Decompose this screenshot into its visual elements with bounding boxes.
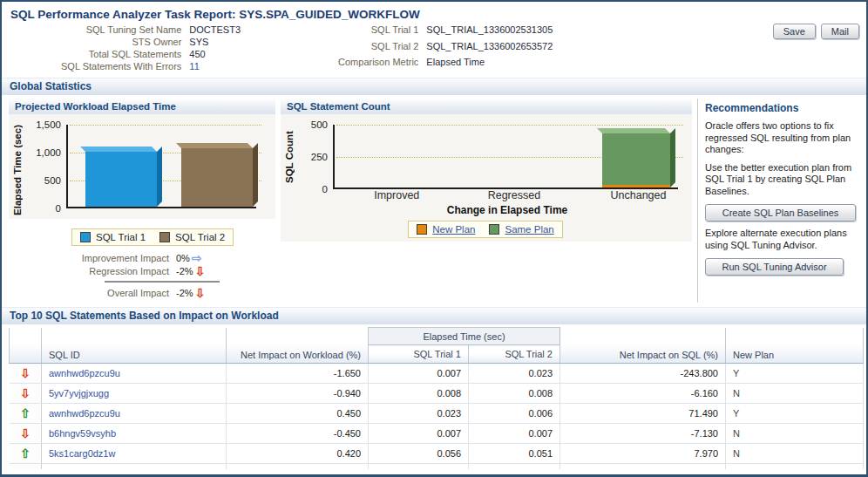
save-button[interactable]: Save (773, 24, 816, 39)
statements-errors-label: SQL Statements With Errors (61, 61, 189, 73)
regressed-arrow-icon: ⇩ (20, 366, 31, 380)
legend-item-new-plan: New Plan (417, 224, 475, 235)
net-impact-workload-value: -0.940 (227, 384, 369, 404)
sql-id-link[interactable]: awnhwd6pzcu9u (42, 364, 227, 384)
sql-trial1-value: SQL_TRIAL_1336002531305 (426, 24, 553, 41)
sql-trial-1-bar (85, 152, 157, 207)
trial1-elapsed-value: 0.007 (369, 364, 469, 384)
overall-impact-label: Overall Impact (21, 288, 176, 298)
sts-owner-label: STS Owner (61, 37, 189, 49)
table-row: ⇩ 5yv7yvjgjxugg -0.940 0.008 0.008 -6.16… (10, 384, 864, 404)
impact-summary: Improvement Impact 0% ⇨ Regression Impac… (21, 253, 275, 298)
net-impact-sql-value: 7.970 (560, 444, 726, 464)
table-row: ⇧ 5ks1carg0dz1w 0.420 0.056 0.051 7.970 … (10, 444, 864, 464)
net-impact-workload-value: -0.450 (227, 424, 369, 444)
col-header-sql-trial-2: SQL Trial 2 (469, 345, 560, 364)
new-plan-legend-link[interactable]: New Plan (432, 224, 475, 235)
col-header-new-plan: New Plan (726, 328, 864, 364)
gridline (70, 125, 261, 126)
y-tick: 250 (311, 152, 328, 162)
advisor-recommendation-text: Explore alternate execution plans using … (705, 228, 856, 251)
comparison-metric-value: Elapsed Time (426, 57, 553, 73)
total-statements-value: 450 (189, 49, 241, 61)
legend-item-sql-trial-2: SQL Trial 2 (159, 232, 225, 242)
sql-trial2-value: SQL_TRIAL_1336002653572 (426, 41, 553, 58)
trial2-elapsed-value: 0.006 (469, 404, 560, 424)
workload-chart-plot (66, 125, 256, 208)
sql-id-link[interactable]: 5ks1carg0dz1w (42, 444, 227, 464)
col-header-net-impact-workload: Net Impact on Workload (%) (227, 328, 369, 364)
statement-count-plot (333, 125, 678, 189)
regression-impact-label: Regression Impact (21, 266, 176, 276)
workload-chart-title: Projected Workload Elapsed Time (9, 99, 275, 114)
impact-percent: -2% (176, 266, 193, 276)
workload-chart-y-ticks: 1,500 1,000 500 0 (26, 125, 66, 208)
x-category-unchanged: Unchanged (610, 189, 666, 201)
legend-label: SQL Trial 2 (175, 232, 225, 242)
top-sql-table: SQL ID Net Impact on Workload (%) Elapse… (9, 327, 864, 469)
baseline-recommendation-text: Use the better execution plan from SQL T… (705, 162, 856, 198)
improvement-impact-label: Improvement Impact (21, 253, 176, 263)
summary-left-column: SQL Tuning Set Name DOCTEST3 STS Owner S… (61, 24, 241, 73)
sql-id-link[interactable]: awnhwd6pzcu9u (42, 404, 227, 424)
trial1-elapsed-value: 0.007 (369, 424, 469, 444)
table-row: ⇩ awnhwd6pzcu9u -1.650 0.007 0.023 -243.… (10, 364, 864, 384)
recommendations-intro: Oracle offers two options to fix regress… (705, 120, 856, 156)
total-statements-label: Total SQL Statements (61, 49, 189, 61)
y-tick: 1,000 (36, 147, 61, 158)
same-plan-legend-link[interactable]: Same Plan (505, 224, 553, 235)
impact-percent: 0% (176, 253, 190, 263)
regressed-arrow-icon: ⇩ (195, 288, 206, 298)
workload-elapsed-time-panel: Projected Workload Elapsed Time Elapsed … (9, 99, 275, 303)
overall-impact-value: -2% ⇩ (176, 288, 275, 298)
table-row-partial (10, 464, 864, 469)
summary-right-column: SQL Trial 1 SQL_TRIAL_1336002531305 SQL … (338, 24, 553, 73)
workload-chart-legend: SQL Trial 1 SQL Trial 2 (71, 228, 234, 246)
improved-arrow-icon: ⇧ (20, 446, 31, 460)
recommendations-panel: Recommendations Oracle offers two option… (697, 99, 859, 303)
top-sql-section-header: Top 10 SQL Statements Based on Impact on… (2, 307, 866, 324)
sql-id-link[interactable]: 5yv7yvjgjxugg (42, 384, 227, 404)
net-impact-workload-value: -1.650 (227, 364, 369, 384)
mail-button[interactable]: Mail (821, 24, 859, 39)
trial1-elapsed-value: 0.056 (369, 444, 469, 464)
new-plan-value: N (726, 384, 864, 404)
gridline (336, 125, 683, 126)
page-title: SQL Performance Analyzer Task Report: SY… (10, 8, 859, 21)
legend-item-sql-trial-1: SQL Trial 1 (80, 232, 146, 242)
net-impact-sql-value: 71.490 (560, 404, 726, 424)
table-row: ⇧ awnhwd6pzcu9u 0.450 0.023 0.006 71.490… (10, 404, 864, 424)
trial2-elapsed-value: 0.007 (469, 424, 560, 444)
sql-trial1-label: SQL Trial 1 (338, 24, 426, 41)
sql-id-link[interactable]: b6hngv59vsyhb (42, 424, 227, 444)
sql-trial-1-swatch-icon (80, 232, 91, 242)
y-tick: 0 (56, 203, 61, 214)
col-header-sql-trial-1: SQL Trial 1 (369, 345, 469, 364)
new-plan-value: N (726, 444, 864, 464)
same-plan-swatch-icon (489, 224, 499, 235)
legend-label: SQL Trial 1 (96, 232, 146, 242)
statement-count-y-ticks: 500 250 0 (298, 125, 333, 189)
statement-count-chart-title: SQL Statement Count (281, 99, 692, 114)
unchanged-arrow-icon: ⇨ (192, 253, 202, 263)
regressed-arrow-icon: ⇩ (195, 266, 206, 276)
run-sql-tuning-advisor-button[interactable]: Run SQL Tuning Advisor (705, 258, 844, 276)
improved-arrow-icon: ⇧ (20, 406, 31, 420)
create-sql-plan-baselines-button[interactable]: Create SQL Plan Baselines (705, 204, 856, 221)
report-header: SQL Performance Analyzer Task Report: SY… (2, 2, 866, 73)
statement-count-legend: New Plan Same Plan (408, 221, 562, 238)
header-actions: Save Mail (773, 24, 859, 39)
trend-column-header (10, 328, 42, 364)
net-impact-sql-value: -7.130 (560, 424, 726, 444)
statement-count-x-categories: Improved Regressed Unchanged (335, 189, 680, 204)
table-row: ⇩ b6hngv59vsyhb -0.450 0.007 0.007 -7.13… (10, 424, 864, 444)
statement-count-x-axis-label: Change in Elapsed Time (335, 204, 680, 216)
x-category-improved: Improved (374, 189, 419, 201)
y-tick: 1,500 (36, 119, 61, 130)
trial1-elapsed-value: 0.008 (369, 384, 469, 404)
statements-errors-value: 11 (189, 61, 241, 73)
sts-owner-value: SYS (189, 37, 241, 49)
workload-chart: Elapsed Time (sec) 1,500 1,000 500 0 (9, 114, 275, 219)
comparison-metric-label: Comparison Metric (338, 57, 426, 73)
impact-percent: -2% (176, 288, 193, 298)
